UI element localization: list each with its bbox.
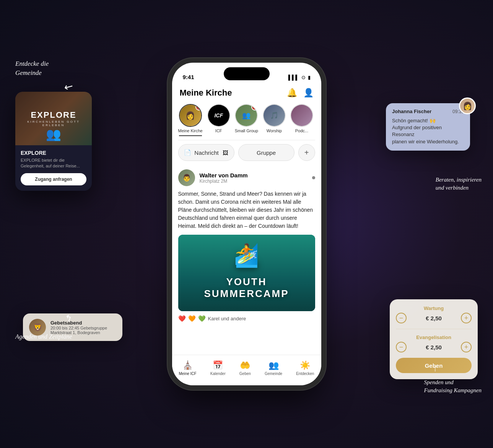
- message-card-avatar: 👩: [459, 97, 476, 114]
- status-time: 9:41: [183, 74, 194, 80]
- nav-label-geben: Geben: [239, 372, 251, 376]
- explore-subtitle: KIRCHENLEBEN GOTT ERLEBEN: [15, 120, 92, 127]
- post-section: 👨 Walter von Damm Kirchplatz 2M Sommer, …: [172, 165, 321, 311]
- post-reactions: ❤️ 🧡 💚 Karel und andere: [172, 311, 321, 326]
- app-title: Meine Kirche: [180, 88, 232, 98]
- explore-overlay-title: EXPLORE KIRCHENLEBEN GOTT ERLEBEN: [15, 110, 92, 127]
- nav-label-entdecken: Entdecken: [296, 372, 314, 376]
- icf-logo: ICF: [214, 112, 223, 118]
- annotation-consult: Beraten, inspirieren und verbinden: [436, 176, 482, 192]
- post-avatar-inner: 👨: [178, 169, 195, 186]
- explore-card-name: EXPLORE: [21, 150, 86, 156]
- nav-item-gemeinde[interactable]: 👥 Gemeinde: [265, 360, 282, 376]
- arrow-donate: ↑: [433, 363, 438, 373]
- gruppe-button[interactable]: Gruppe: [238, 144, 294, 161]
- app-header: Meine Kirche 🔔 👤: [172, 83, 321, 101]
- plus-button[interactable]: +: [298, 144, 315, 161]
- explore-card-desc: EXPLORE bietet dir die Gelegenheit, auf …: [21, 157, 86, 169]
- explore-access-button[interactable]: Zugang anfragen: [21, 173, 86, 185]
- post-options-dot[interactable]: [312, 176, 315, 179]
- avatar-icf: ICF: [208, 105, 229, 126]
- story-circle-meine-kirche: 👩 3: [179, 104, 202, 127]
- story-circle-small-group: 👥 3: [235, 104, 258, 127]
- story-label-icf: ICF: [215, 128, 222, 133]
- story-circle-worship: 🎵: [263, 104, 286, 127]
- post-header: 👨 Walter von Damm Kirchplatz 2M: [178, 169, 315, 186]
- message-text: Schön gemacht! 🙌 Aufgrund der positiven …: [392, 117, 464, 145]
- donation-evangelisation-label: Evangelisation: [396, 334, 472, 340]
- explore-title: EXPLORE: [15, 110, 92, 120]
- nachricht-button[interactable]: 📄 Nachricht 🖼: [178, 144, 234, 161]
- donation-evangelisation-minus[interactable]: −: [396, 342, 407, 352]
- gruppe-label: Gruppe: [257, 149, 276, 156]
- explore-card: 👥 EXPLORE KIRCHENLEBEN GOTT ERLEBEN EXPL…: [15, 92, 92, 191]
- annotation-donate: Spenden und Fundraising Kampagnen: [424, 378, 482, 394]
- donation-wartung-row: Wartung − € 2,50 +: [396, 305, 472, 323]
- youth-title-line2: SUMMERCAMP: [204, 288, 289, 300]
- profile-icon[interactable]: 👤: [303, 88, 314, 98]
- nav-item-kalender[interactable]: 📅 Kalender: [210, 360, 226, 376]
- story-circle-podcast: [290, 104, 313, 127]
- post-avatar: 👨: [178, 169, 195, 186]
- header-icons: 🔔 👤: [287, 88, 314, 98]
- signal-icon: ▌▌▌: [288, 75, 299, 80]
- bell-icon[interactable]: 🔔: [287, 88, 297, 98]
- event-time: 20:00 bis 22:45 Gebetsgruppe: [50, 326, 116, 330]
- story-label-worship: Worship: [267, 128, 282, 133]
- donation-wartung-amount-row: − € 2,50 +: [396, 313, 472, 323]
- youth-title-line1: YOUTH: [204, 276, 289, 288]
- nav-label-gemeinde: Gemeinde: [265, 372, 282, 376]
- story-item-small-group[interactable]: 👥 3 Small Group: [235, 104, 258, 136]
- donation-evangelisation-amount: € 2,50: [426, 344, 442, 351]
- nav-item-entdecken[interactable]: ☀️ Entdecken: [296, 360, 314, 376]
- youth-text: YOUTH SUMMERCAMP: [204, 276, 289, 300]
- donation-evangelisation-plus[interactable]: +: [461, 342, 472, 352]
- story-label-podcast: Podc...: [295, 128, 308, 133]
- reaction-emoji-2: 🧡: [188, 315, 196, 322]
- reaction-emoji-3: 💚: [198, 315, 206, 322]
- wifi-icon: ⊙: [301, 75, 306, 80]
- story-item-podcast[interactable]: Podc...: [290, 104, 313, 136]
- explore-card-body: EXPLORE EXPLORE bietet dir die Gelegenhe…: [15, 145, 92, 191]
- swimmer-emoji: 🏄: [234, 242, 259, 266]
- story-item-icf[interactable]: ICF ICF: [207, 104, 230, 136]
- action-buttons: 📄 Nachricht 🖼 Gruppe +: [172, 140, 321, 165]
- post-meta: Kirchplatz 2M: [200, 179, 308, 184]
- nav-icon-gemeinde: 👥: [268, 360, 279, 370]
- annotation-agenda: Agenden und Zeitpläne: [15, 333, 72, 341]
- doc-icon: 📄: [184, 149, 191, 156]
- donation-wartung-minus[interactable]: −: [396, 313, 407, 323]
- nachricht-label: Nachricht: [194, 149, 218, 156]
- post-user-info: Walter von Damm Kirchplatz 2M: [200, 172, 308, 184]
- stories-container: 👩 3 Meine Kirche ICF ICF 👥 3: [172, 101, 321, 136]
- dynamic-island: [224, 67, 270, 80]
- phone-frame: 9:41 ▌▌▌ ⊙ ▮ Meine Kirche 🔔 👤 👩 3 Me: [172, 63, 321, 385]
- story-item-meine-kirche[interactable]: 👩 3 Meine Kirche: [178, 104, 203, 136]
- story-active-line: [179, 135, 202, 136]
- phone-content: Meine Kirche 🔔 👤 👩 3 Meine Kirche: [172, 83, 321, 385]
- donation-wartung-plus[interactable]: +: [461, 313, 472, 323]
- donation-wartung-label: Wartung: [396, 305, 472, 311]
- annotation-explore: Entdecke die Gemeinde: [15, 59, 49, 78]
- story-badge-small-group: 3: [251, 104, 258, 110]
- post-image: 🏊 YOUTH SUMMERCAMP 🏄: [178, 235, 315, 311]
- plus-icon: +: [304, 148, 309, 157]
- reaction-emoji-1: ❤️: [178, 315, 186, 322]
- post-username: Walter von Damm: [200, 172, 308, 179]
- nav-item-geben[interactable]: 🤲 Geben: [239, 360, 251, 376]
- status-icons: ▌▌▌ ⊙ ▮: [288, 75, 311, 80]
- bottom-nav: ⛪ Meine ICF 📅 Kalender 🤲 Geben 👥 Gemeind…: [172, 355, 321, 385]
- nav-icon-geben: 🤲: [240, 360, 250, 370]
- donation-evangelisation-amount-row: − € 2,50 +: [396, 342, 472, 352]
- message-card: 👩 Johanna Fischer 09:31 Schön gemacht! 🙌…: [386, 103, 470, 151]
- reaction-text: Karel und andere: [208, 316, 246, 321]
- nav-item-meine-icf[interactable]: ⛪ Meine ICF: [179, 360, 197, 376]
- image-icon: 🖼: [223, 149, 228, 156]
- avatar-worship: 🎵: [264, 105, 285, 126]
- donation-separator: [396, 329, 472, 329]
- story-badge-meine-kirche: 3: [195, 104, 202, 110]
- story-label-small-group: Small Group: [235, 128, 258, 133]
- battery-icon: ▮: [308, 75, 311, 80]
- story-item-worship[interactable]: 🎵 Worship: [263, 104, 286, 136]
- story-circle-icf: ICF: [207, 104, 230, 127]
